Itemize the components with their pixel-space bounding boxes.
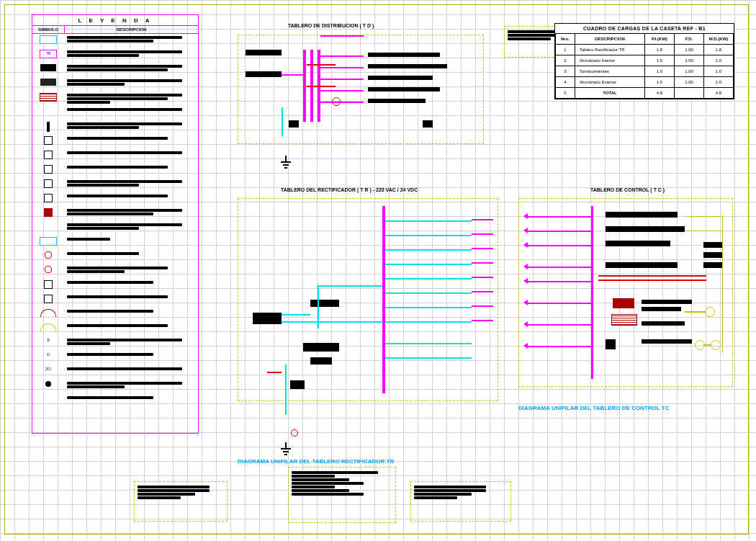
legend-row: 2O 2O — CIRCUITO xyxy=(32,365,198,380)
legend-panel: L E Y E N D A SIMBOLO DESCRIPCION TABLER… xyxy=(32,14,199,434)
symbol-selector-icon xyxy=(44,179,53,188)
tr-caption: DIAGRAMA UNIFILAR DEL TABLERO RECTIFICAD… xyxy=(238,458,394,465)
symbol-relay-icon xyxy=(44,165,53,174)
legend-row: CONTACTOR xyxy=(32,149,198,164)
legend-row: PUESTA A TIERRA xyxy=(32,293,198,308)
legend-row: O ENTRADA xyxy=(32,351,198,365)
symbol-ground-icon xyxy=(44,295,53,303)
symbol-voltmeter-icon xyxy=(45,251,52,259)
legend-row: S SALIDA xyxy=(32,336,198,351)
legend-col-symbol: SIMBOLO xyxy=(32,26,65,33)
symbol-s-icon: S xyxy=(47,338,50,342)
legend-row: TR TABLERO RECTIFICADOR TR xyxy=(32,48,198,63)
symbol-solid-icon xyxy=(40,64,56,71)
legend-row: TABLERO DE CONTROL TC xyxy=(32,63,198,77)
legend-row: RELE xyxy=(32,164,198,178)
table-row: 2 Alumbrado Interior 1.0 1.00 1.0 xyxy=(556,55,734,66)
table-row: 1 Tablero Rectificador TR 1.8 1.00 1.8 xyxy=(556,45,734,55)
load-col-desc: DESCRIPCION xyxy=(575,34,645,45)
load-col-fd: F.D. xyxy=(675,34,704,45)
symbol-2o-icon: 2O xyxy=(45,367,51,371)
legend-row: BORNE DE CONEXION xyxy=(32,221,198,236)
legend-row: TRANSFORMADOR DE CORRIENTE xyxy=(32,279,198,293)
load-col-md: M.D.(KW) xyxy=(704,34,734,45)
tc-caption: DIAGRAMA UNIFILAR DEL TABLERO DE CONTROL… xyxy=(518,405,669,411)
note-control: NOTAS DEL DIAGRAMA DE CONTROL xyxy=(134,481,228,522)
legend-row: DIODO xyxy=(32,322,198,336)
legend-row: PUNTO DE CONEXION xyxy=(32,380,198,394)
symbol-o-icon: O xyxy=(47,352,50,357)
symbol-outline-icon xyxy=(40,35,57,44)
symbol-fuse-icon xyxy=(44,136,53,145)
legend-col-desc: DESCRIPCION xyxy=(65,26,198,33)
symbol-diode-icon xyxy=(40,323,56,331)
symbol-dark-icon xyxy=(40,79,56,86)
load-table-title: CUADRO DE CARGAS DE LA CASETA REF - B1 xyxy=(555,24,734,34)
legend-row: AMPERIMETRO xyxy=(32,264,198,279)
symbol-ct-icon xyxy=(44,280,53,289)
legend-title: L E Y E N D A xyxy=(32,15,198,25)
symbol-hatch-icon xyxy=(40,93,57,102)
symbol-meter-icon xyxy=(40,237,57,246)
load-table: CUADRO DE CARGAS DE LA CASETA REF - B1 N… xyxy=(554,23,734,99)
td-panel xyxy=(238,35,484,144)
legend-row: BARRA COLECTORA xyxy=(32,120,198,135)
legend-row: LINEA DE CONTROL xyxy=(32,394,198,408)
table-row: 3 Tomacorrientes 1.0 1.00 1.0 xyxy=(556,66,734,77)
legend-row: VOLTIMETRO xyxy=(32,250,198,264)
table-row-total: 5 TOTAL 4.8 4.8 xyxy=(556,88,734,99)
legend-row: TRANSFORMADOR / RECTIFICADOR xyxy=(32,91,198,106)
symbol-bar-icon xyxy=(47,122,50,132)
table-row: 4 Alumbrado Exterior 1.0 1.00 1.0 xyxy=(556,77,734,88)
legend-row: PULSADOR xyxy=(32,192,198,207)
symbol-lamp-icon xyxy=(44,208,53,217)
tc-panel xyxy=(518,198,733,387)
legend-row: MEDIDOR / INSTRUMENTO xyxy=(32,236,198,250)
symbol-push-icon xyxy=(44,194,53,202)
legend-row: INTERRUPTOR TERMOMAGNETICO xyxy=(32,77,198,91)
symbol-ammeter-icon xyxy=(45,266,52,273)
symbol-contactor-icon xyxy=(44,151,53,159)
load-col-nro: Nro. xyxy=(556,34,575,45)
load-col-pi: P.I.(KW) xyxy=(645,34,675,45)
note-rectifier: ESPECIFICACIONES DEL RECTIFICADOR xyxy=(288,467,396,523)
legend-row: CONDUCTOR ALIMENTADOR xyxy=(32,106,198,120)
symbol-bridge-icon xyxy=(40,309,56,317)
legend-row: TABLERO DE DISTRIBUCION xyxy=(32,34,198,48)
legend-row: SELECTOR xyxy=(32,178,198,192)
tr-panel xyxy=(238,198,498,401)
legend-row: PUENTE RECTIFICADOR xyxy=(32,308,198,322)
legend-row: LAMPARA PILOTO xyxy=(32,207,198,221)
symbol-node-icon xyxy=(45,381,51,387)
note-tc: CARACTERISTICAS DEL TABLERO TC xyxy=(410,481,511,522)
legend-row: FUSIBLE xyxy=(32,135,198,149)
legend-body: TABLERO DE DISTRIBUCION TR TABLERO RECTI… xyxy=(32,34,198,408)
symbol-tr-icon: TR xyxy=(40,50,57,58)
